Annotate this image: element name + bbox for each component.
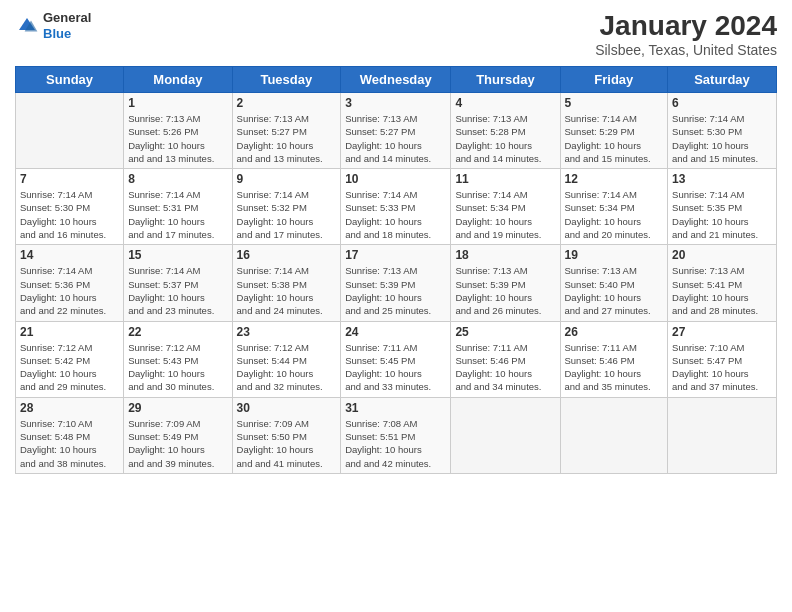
day-info: Sunrise: 7:14 AMSunset: 5:30 PMDaylight:…: [20, 188, 119, 241]
calendar-cell: 5Sunrise: 7:14 AMSunset: 5:29 PMDaylight…: [560, 93, 668, 169]
calendar-cell: [668, 397, 777, 473]
day-info: Sunrise: 7:10 AMSunset: 5:48 PMDaylight:…: [20, 417, 119, 470]
day-number: 7: [20, 172, 119, 186]
day-number: 22: [128, 325, 227, 339]
day-number: 9: [237, 172, 337, 186]
day-number: 14: [20, 248, 119, 262]
calendar-cell: [451, 397, 560, 473]
calendar-cell: 15Sunrise: 7:14 AMSunset: 5:37 PMDayligh…: [124, 245, 232, 321]
calendar-cell: 29Sunrise: 7:09 AMSunset: 5:49 PMDayligh…: [124, 397, 232, 473]
day-number: 31: [345, 401, 446, 415]
calendar-cell: 3Sunrise: 7:13 AMSunset: 5:27 PMDaylight…: [341, 93, 451, 169]
calendar-cell: 28Sunrise: 7:10 AMSunset: 5:48 PMDayligh…: [16, 397, 124, 473]
day-header-row: SundayMondayTuesdayWednesdayThursdayFrid…: [16, 67, 777, 93]
day-info: Sunrise: 7:11 AMSunset: 5:46 PMDaylight:…: [565, 341, 664, 394]
calendar-cell: 13Sunrise: 7:14 AMSunset: 5:35 PMDayligh…: [668, 169, 777, 245]
calendar-week-5: 28Sunrise: 7:10 AMSunset: 5:48 PMDayligh…: [16, 397, 777, 473]
logo-text: General Blue: [43, 10, 91, 41]
day-number: 17: [345, 248, 446, 262]
day-number: 15: [128, 248, 227, 262]
day-info: Sunrise: 7:14 AMSunset: 5:34 PMDaylight:…: [565, 188, 664, 241]
calendar-cell: 4Sunrise: 7:13 AMSunset: 5:28 PMDaylight…: [451, 93, 560, 169]
calendar-week-3: 14Sunrise: 7:14 AMSunset: 5:36 PMDayligh…: [16, 245, 777, 321]
day-info: Sunrise: 7:13 AMSunset: 5:26 PMDaylight:…: [128, 112, 227, 165]
day-number: 18: [455, 248, 555, 262]
calendar-cell: 17Sunrise: 7:13 AMSunset: 5:39 PMDayligh…: [341, 245, 451, 321]
calendar-week-2: 7Sunrise: 7:14 AMSunset: 5:30 PMDaylight…: [16, 169, 777, 245]
day-number: 27: [672, 325, 772, 339]
day-info: Sunrise: 7:13 AMSunset: 5:40 PMDaylight:…: [565, 264, 664, 317]
calendar-cell: 7Sunrise: 7:14 AMSunset: 5:30 PMDaylight…: [16, 169, 124, 245]
calendar-cell: 23Sunrise: 7:12 AMSunset: 5:44 PMDayligh…: [232, 321, 341, 397]
day-info: Sunrise: 7:09 AMSunset: 5:50 PMDaylight:…: [237, 417, 337, 470]
calendar-header: SundayMondayTuesdayWednesdayThursdayFrid…: [16, 67, 777, 93]
title-block: January 2024 Silsbee, Texas, United Stat…: [595, 10, 777, 58]
calendar-cell: 6Sunrise: 7:14 AMSunset: 5:30 PMDaylight…: [668, 93, 777, 169]
day-info: Sunrise: 7:12 AMSunset: 5:44 PMDaylight:…: [237, 341, 337, 394]
day-number: 3: [345, 96, 446, 110]
calendar-cell: 9Sunrise: 7:14 AMSunset: 5:32 PMDaylight…: [232, 169, 341, 245]
day-info: Sunrise: 7:08 AMSunset: 5:51 PMDaylight:…: [345, 417, 446, 470]
logo-general: General: [43, 10, 91, 26]
day-info: Sunrise: 7:14 AMSunset: 5:31 PMDaylight:…: [128, 188, 227, 241]
day-header-sunday: Sunday: [16, 67, 124, 93]
logo-blue: Blue: [43, 26, 91, 42]
day-info: Sunrise: 7:13 AMSunset: 5:28 PMDaylight:…: [455, 112, 555, 165]
day-number: 13: [672, 172, 772, 186]
day-info: Sunrise: 7:14 AMSunset: 5:29 PMDaylight:…: [565, 112, 664, 165]
calendar-cell: 10Sunrise: 7:14 AMSunset: 5:33 PMDayligh…: [341, 169, 451, 245]
day-info: Sunrise: 7:13 AMSunset: 5:27 PMDaylight:…: [237, 112, 337, 165]
day-header-tuesday: Tuesday: [232, 67, 341, 93]
calendar-cell: [16, 93, 124, 169]
day-header-saturday: Saturday: [668, 67, 777, 93]
calendar-week-1: 1Sunrise: 7:13 AMSunset: 5:26 PMDaylight…: [16, 93, 777, 169]
calendar-cell: 11Sunrise: 7:14 AMSunset: 5:34 PMDayligh…: [451, 169, 560, 245]
calendar-cell: 26Sunrise: 7:11 AMSunset: 5:46 PMDayligh…: [560, 321, 668, 397]
day-number: 30: [237, 401, 337, 415]
day-header-wednesday: Wednesday: [341, 67, 451, 93]
day-number: 8: [128, 172, 227, 186]
page-title: January 2024: [595, 10, 777, 42]
day-number: 19: [565, 248, 664, 262]
day-number: 12: [565, 172, 664, 186]
day-info: Sunrise: 7:14 AMSunset: 5:37 PMDaylight:…: [128, 264, 227, 317]
page-header: General Blue January 2024 Silsbee, Texas…: [15, 10, 777, 58]
calendar-cell: 31Sunrise: 7:08 AMSunset: 5:51 PMDayligh…: [341, 397, 451, 473]
calendar-cell: 20Sunrise: 7:13 AMSunset: 5:41 PMDayligh…: [668, 245, 777, 321]
day-number: 21: [20, 325, 119, 339]
day-info: Sunrise: 7:14 AMSunset: 5:36 PMDaylight:…: [20, 264, 119, 317]
day-header-monday: Monday: [124, 67, 232, 93]
calendar-cell: 27Sunrise: 7:10 AMSunset: 5:47 PMDayligh…: [668, 321, 777, 397]
day-number: 24: [345, 325, 446, 339]
calendar-table: SundayMondayTuesdayWednesdayThursdayFrid…: [15, 66, 777, 474]
calendar-cell: 18Sunrise: 7:13 AMSunset: 5:39 PMDayligh…: [451, 245, 560, 321]
calendar-cell: 16Sunrise: 7:14 AMSunset: 5:38 PMDayligh…: [232, 245, 341, 321]
day-number: 23: [237, 325, 337, 339]
day-header-thursday: Thursday: [451, 67, 560, 93]
day-info: Sunrise: 7:14 AMSunset: 5:38 PMDaylight:…: [237, 264, 337, 317]
logo: General Blue: [15, 10, 91, 41]
day-info: Sunrise: 7:14 AMSunset: 5:32 PMDaylight:…: [237, 188, 337, 241]
day-info: Sunrise: 7:14 AMSunset: 5:33 PMDaylight:…: [345, 188, 446, 241]
calendar-cell: 30Sunrise: 7:09 AMSunset: 5:50 PMDayligh…: [232, 397, 341, 473]
day-info: Sunrise: 7:13 AMSunset: 5:27 PMDaylight:…: [345, 112, 446, 165]
page-subtitle: Silsbee, Texas, United States: [595, 42, 777, 58]
day-number: 6: [672, 96, 772, 110]
calendar-cell: 19Sunrise: 7:13 AMSunset: 5:40 PMDayligh…: [560, 245, 668, 321]
day-info: Sunrise: 7:10 AMSunset: 5:47 PMDaylight:…: [672, 341, 772, 394]
day-number: 16: [237, 248, 337, 262]
calendar-cell: 1Sunrise: 7:13 AMSunset: 5:26 PMDaylight…: [124, 93, 232, 169]
calendar-week-4: 21Sunrise: 7:12 AMSunset: 5:42 PMDayligh…: [16, 321, 777, 397]
calendar-cell: 24Sunrise: 7:11 AMSunset: 5:45 PMDayligh…: [341, 321, 451, 397]
day-number: 29: [128, 401, 227, 415]
calendar-cell: 21Sunrise: 7:12 AMSunset: 5:42 PMDayligh…: [16, 321, 124, 397]
day-info: Sunrise: 7:11 AMSunset: 5:45 PMDaylight:…: [345, 341, 446, 394]
calendar-cell: 14Sunrise: 7:14 AMSunset: 5:36 PMDayligh…: [16, 245, 124, 321]
day-number: 26: [565, 325, 664, 339]
day-info: Sunrise: 7:14 AMSunset: 5:34 PMDaylight:…: [455, 188, 555, 241]
day-number: 1: [128, 96, 227, 110]
calendar-cell: 8Sunrise: 7:14 AMSunset: 5:31 PMDaylight…: [124, 169, 232, 245]
day-header-friday: Friday: [560, 67, 668, 93]
day-info: Sunrise: 7:13 AMSunset: 5:39 PMDaylight:…: [455, 264, 555, 317]
day-info: Sunrise: 7:12 AMSunset: 5:42 PMDaylight:…: [20, 341, 119, 394]
